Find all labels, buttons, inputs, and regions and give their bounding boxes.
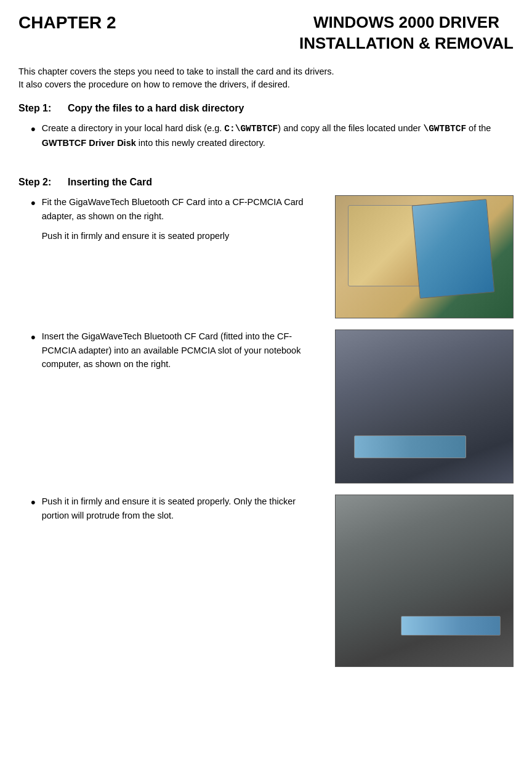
card-adapter-image-col — [335, 195, 514, 318]
step2-title: Step 2: Inserting the Card — [18, 177, 514, 188]
step2-bullet2: • Insert the GigaWaveTech Bluetooth CF C… — [31, 329, 323, 371]
bullet-icon: • — [31, 196, 36, 210]
bullet-icon: • — [31, 496, 36, 509]
step2-section: Step 2: Inserting the Card • Fit the Gig… — [18, 177, 514, 667]
step2-bullet2-row: • Insert the GigaWaveTech Bluetooth CF C… — [18, 329, 514, 483]
chapter-title: CHAPTER 2 — [18, 12, 116, 33]
step2-bullet1-text-col: • Fit the GigaWaveTech Bluetooth CF Card… — [18, 195, 323, 249]
laptop-seated-image — [335, 495, 514, 667]
page-header: CHAPTER 2 WINDOWS 2000 DRIVER INSTALLATI… — [18, 12, 514, 54]
bullet-icon: • — [31, 123, 36, 136]
step1-bullet1-text: Create a directory in your local hard di… — [42, 121, 514, 150]
page-title: WINDOWS 2000 DRIVER INSTALLATION & REMOV… — [299, 12, 514, 54]
step1-title: Step 1: Copy the files to a hard disk di… — [18, 103, 514, 114]
step2-bullet1-text: Fit the GigaWaveTech Bluetooth CF Card i… — [42, 195, 323, 243]
step1-bullet1: • Create a directory in your local hard … — [31, 121, 514, 150]
step2-push-text: Push it in firmly and ensure it is seate… — [42, 229, 323, 243]
step2-bullet2-text-col: • Insert the GigaWaveTech Bluetooth CF C… — [18, 329, 323, 377]
bullet-icon: • — [31, 331, 36, 344]
step2-bullet3: • Push it in firmly and ensure it is sea… — [31, 495, 323, 522]
intro-paragraph: This chapter covers the steps you need t… — [18, 65, 514, 92]
step2-bullet1-row: • Fit the GigaWaveTech Bluetooth CF Card… — [18, 195, 514, 318]
step2-bullet3-row: • Push it in firmly and ensure it is sea… — [18, 495, 514, 667]
card-adapter-image — [335, 195, 514, 318]
step2-bullet3-text: Push it in firmly and ensure it is seate… — [42, 495, 323, 522]
step2-bullet1: • Fit the GigaWaveTech Bluetooth CF Card… — [31, 195, 323, 243]
laptop-seated-image-col — [335, 495, 514, 667]
laptop-insert-image — [335, 329, 514, 483]
step2-bullet2-text: Insert the GigaWaveTech Bluetooth CF Car… — [42, 329, 323, 371]
step1-section: Step 1: Copy the files to a hard disk di… — [18, 103, 514, 150]
laptop-insert-image-col — [335, 329, 514, 483]
step2-bullet3-text-col: • Push it in firmly and ensure it is sea… — [18, 495, 323, 528]
